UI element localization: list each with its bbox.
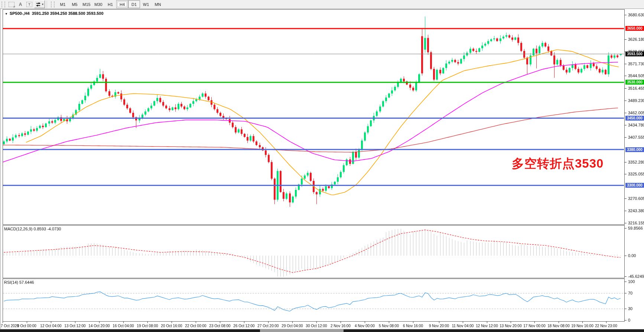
toolbar-separator bbox=[47, 1, 48, 8]
text-label-icon[interactable]: A bbox=[16, 1, 25, 8]
timeframe-button-m30[interactable]: M30 bbox=[92, 0, 104, 8]
timeframe-button-mn[interactable]: MN bbox=[152, 0, 164, 8]
chart-template-icon[interactable]: F bbox=[7, 1, 16, 8]
timeframe-button-h1[interactable]: H1 bbox=[104, 0, 116, 8]
object-arrows-button[interactable]: ▾ bbox=[34, 0, 45, 8]
icon-letter: A bbox=[19, 2, 22, 7]
scrollbar-thumb[interactable] bbox=[260, 329, 344, 332]
horizontal-scrollbar[interactable] bbox=[0, 329, 644, 332]
timeframe-button-h4[interactable]: H4 bbox=[116, 0, 128, 8]
icon-letter: F bbox=[14, 6, 15, 8]
timeframe-button-group: M1M5M15M30H1H4D1W1MN bbox=[57, 0, 164, 8]
chart-canvas[interactable] bbox=[0, 0, 644, 332]
timeframe-button-w1[interactable]: W1 bbox=[140, 0, 152, 8]
dropdown-caret-icon: ▾ bbox=[42, 3, 43, 6]
icon-letter: T bbox=[26, 2, 32, 7]
timeframe-button-d1[interactable]: D1 bbox=[128, 0, 140, 8]
timeframe-button-m1[interactable]: M1 bbox=[57, 0, 69, 8]
toolbar-grip[interactable] bbox=[1, 1, 5, 7]
timeframe-button-m5[interactable]: M5 bbox=[69, 0, 81, 8]
text-box-icon[interactable]: T bbox=[25, 1, 33, 8]
timeframe-button-m15[interactable]: M15 bbox=[81, 0, 92, 8]
trading-app-window: F A T ▾ M1M5M15M30H1H4D1W1MN ▼SP500-,H4 … bbox=[0, 0, 644, 332]
toolbar: F A T ▾ M1M5M15M30H1H4D1W1MN bbox=[0, 0, 644, 9]
swap-arrows-icon bbox=[36, 2, 41, 7]
toolbar-grip[interactable] bbox=[51, 1, 55, 7]
